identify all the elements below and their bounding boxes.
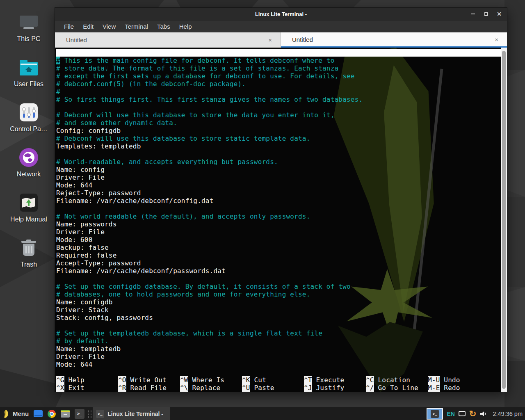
menu-edit[interactable]: Edit: [78, 21, 98, 33]
maximize-button[interactable]: [482, 10, 490, 18]
nano-line: Mode: 600: [56, 236, 507, 244]
nano-line: #: [56, 88, 507, 96]
nano-line: Driver: File: [56, 353, 507, 361]
close-button[interactable]: ✕: [495, 10, 503, 18]
desktop-icon-label: Network: [17, 171, 41, 178]
terminal-icon: >_: [96, 410, 104, 418]
nano-shortcut-read-file: ^R Read File: [118, 384, 180, 392]
nano-line: Name: config: [56, 166, 507, 173]
nano-shortcut-redo: M-E Redo: [428, 384, 490, 392]
window-titlebar[interactable]: Linux Lite Terminal - ✕: [55, 8, 507, 20]
nano-line: [56, 103, 507, 111]
nano-shortcut-where-is: ^W Where Is: [180, 376, 242, 384]
update-tray-icon[interactable]: ↻: [469, 409, 477, 418]
taskbar: Menu >_ >_ Linux Lite Terminal - >_ EN ↻: [0, 407, 525, 420]
nano-line: # World-readable, and accepts everything…: [56, 158, 507, 166]
nano-line: Accept-Type: password: [56, 259, 507, 267]
folder-home-icon: [20, 62, 38, 75]
nano-line: [56, 205, 507, 212]
nano-shortcut-execute: ^T Execute: [304, 376, 366, 384]
taskbar-window-button[interactable]: >_ Linux Lite Terminal -: [93, 407, 170, 420]
nano-line: Backup: false: [56, 244, 507, 251]
menu-terminal[interactable]: Terminal: [120, 21, 153, 33]
linux-lite-logo-icon[interactable]: [0, 407, 12, 420]
nano-line: [56, 150, 507, 158]
nano-line: # Set up the configdb database. By defau…: [56, 283, 507, 290]
nano-line: Driver: Stack: [56, 306, 507, 314]
volume-icon[interactable]: [480, 411, 487, 417]
nano-titlebar: /etc/debconf.conf GNU nano 7.2: [56, 49, 501, 57]
nano-line: # Debconf will use this database to stor…: [56, 135, 507, 142]
desktop-icon-this-pc[interactable]: This PC: [9, 11, 48, 57]
panel-handle[interactable]: [88, 410, 91, 418]
nano-line: # databases, one to hold passwords and o…: [56, 290, 507, 298]
nano-line: # debconf.conf(5) (in the debconf-doc pa…: [56, 80, 507, 88]
tab-untitled-1[interactable]: Untitled ×: [55, 32, 281, 48]
nano-shortcut-location: ^C Location: [366, 376, 428, 384]
desktop-icon-control-panel[interactable]: Control Pa…: [9, 102, 48, 147]
terminal-screen[interactable]: /etc/debconf.conf GNU nano 7.2 # This is…: [55, 48, 507, 392]
tray-terminal-indicator[interactable]: >_: [427, 408, 443, 420]
nano-line: # So first things first. This first stan…: [56, 96, 507, 103]
terminal-launcher-icon[interactable]: >_: [72, 407, 87, 420]
tab-label: Untitled: [292, 36, 313, 43]
menu-help[interactable]: Help: [175, 21, 196, 33]
menu-tabs[interactable]: Tabs: [153, 21, 175, 33]
desktop-icon-trash[interactable]: Trash: [9, 237, 48, 282]
nano-shortcut-exit: ^X Exit: [56, 384, 118, 392]
control-panel-icon: [20, 103, 38, 121]
terminal-window: Linux Lite Terminal - ✕ File Edit View T…: [55, 7, 507, 392]
nano-buffer: # This is the main config file for debco…: [55, 57, 507, 368]
nano-cursor: #: [56, 57, 60, 64]
desktop-icon-label: This PC: [17, 35, 41, 43]
nano-line: Stack: config, passwords: [56, 314, 507, 322]
language-indicator[interactable]: EN: [447, 411, 454, 417]
minimize-button[interactable]: [469, 10, 477, 18]
tab-close-icon[interactable]: ×: [495, 36, 498, 43]
desktop: This PC User Files Control Pa…: [0, 0, 525, 420]
archive-manager-icon[interactable]: [58, 407, 72, 420]
nano-shortcut-cut: ^K Cut: [242, 376, 304, 384]
nano-shortcut-help: ^G Help: [56, 376, 118, 384]
nano-line: Mode: 644: [56, 181, 507, 189]
nano-line: [56, 275, 507, 283]
nano-shortcut-undo: M-U Undo: [428, 376, 490, 384]
chrome-browser-icon[interactable]: [45, 407, 58, 420]
nano-line: Name: configdb: [56, 298, 507, 306]
tab-untitled-2[interactable]: Untitled ×: [281, 32, 507, 48]
trash-icon: [21, 240, 37, 256]
terminal-scrollbar[interactable]: [501, 48, 507, 392]
nano-line: # Set up the templatedb database, which …: [56, 329, 507, 337]
scrollbar-thumb[interactable]: [502, 51, 506, 389]
menu-button[interactable]: Menu: [13, 410, 29, 417]
desktop-icon-user-files[interactable]: User Files: [9, 57, 48, 102]
wallpaper-facet: [504, 0, 525, 70]
wallpaper-facet: [504, 70, 525, 197]
nano-line: Name: templatedb: [56, 345, 507, 353]
nano-line: Templates: templatedb: [56, 142, 507, 150]
tab-close-icon[interactable]: ×: [268, 37, 272, 43]
desktop-icon-label: Trash: [21, 261, 37, 268]
nano-line: # by default.: [56, 337, 507, 345]
menu-file[interactable]: File: [59, 21, 78, 33]
tab-label: Untitled: [66, 37, 87, 43]
nano-line: # Debconf will use this database to stor…: [56, 111, 507, 119]
desktop-icon-network[interactable]: Network: [9, 147, 48, 192]
terminal-icon: >_: [431, 410, 439, 418]
nano-line: Driver: File: [56, 228, 507, 236]
nano-line: # This is the main config file for debco…: [56, 57, 507, 64]
nano-shortcut-go-to-line: ^/ Go To Line: [366, 384, 428, 392]
network-globe-icon: [19, 148, 38, 167]
nano-line: Required: false: [56, 251, 507, 259]
desktop-icon-label: Control Pa…: [10, 126, 48, 133]
nano-line: # store data. The format of this file is…: [56, 64, 507, 72]
desktop-icon-help-manual[interactable]: Help Manual: [9, 192, 48, 237]
nano-shortcut-write-out: ^O Write Out: [118, 376, 180, 384]
file-manager-icon[interactable]: [31, 407, 45, 420]
display-tray-icon[interactable]: [459, 411, 466, 416]
desktop-icon-label: Help Manual: [10, 216, 47, 223]
nano-shortcut-bar: ^G Help^O Write Out^W Where Is^K Cut^T E…: [56, 376, 490, 392]
computer-icon: [19, 16, 38, 29]
menu-view[interactable]: View: [98, 21, 120, 33]
desktop-icon-label: User Files: [14, 80, 43, 88]
